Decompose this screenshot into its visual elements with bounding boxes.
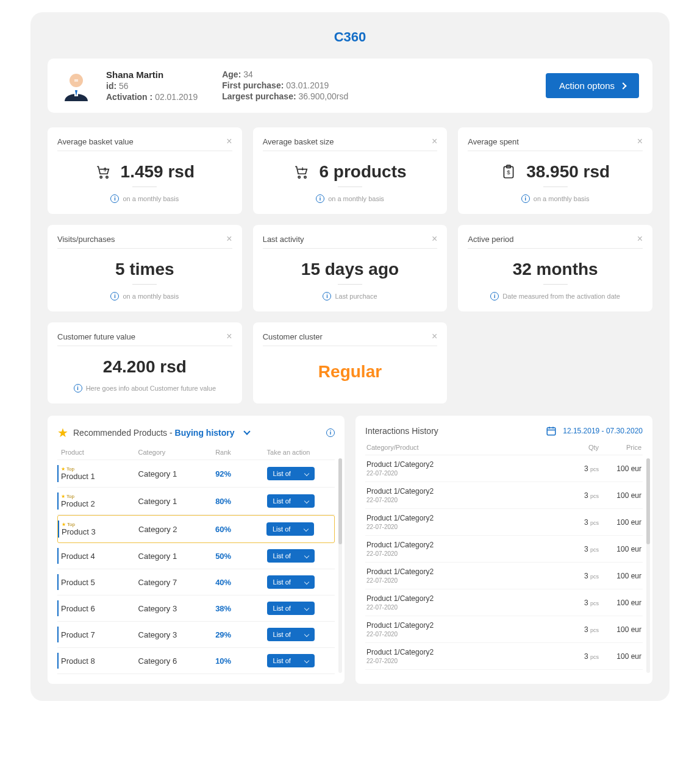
svg-point-4 (105, 176, 107, 178)
svg-point-3 (100, 176, 102, 178)
chevron-down-icon[interactable] (243, 428, 250, 435)
close-icon[interactable]: × (432, 136, 437, 147)
list-item: Product 1/Category222-07-20203 pcs100 eu… (365, 616, 643, 643)
close-icon[interactable]: × (226, 233, 232, 244)
cart-down-icon (293, 164, 309, 180)
profile-card: Shana Martin id: 56 Activation : 02.01.2… (48, 59, 652, 113)
svg-rect-1 (74, 79, 78, 82)
customer-name: Shana Martin (106, 69, 198, 80)
table-row[interactable]: TopProduct 2Category 180%List of (57, 488, 335, 515)
date-range[interactable]: 12.15.2019 - 07.30.2020 (563, 427, 643, 435)
list-of-button[interactable]: List of (267, 549, 315, 563)
list-item: Product 1/Category222-07-20203 pcs100 eu… (365, 536, 643, 563)
svg-point-6 (299, 176, 301, 178)
svg-rect-11 (547, 428, 555, 435)
table-row[interactable]: TopProduct 3Category 260%List of (57, 515, 335, 543)
card-avg-basket-value: Average basket value× $ 1.459 rsd ion a … (48, 127, 242, 214)
close-icon[interactable]: × (226, 136, 232, 147)
info-icon[interactable]: i (316, 194, 324, 203)
scrollbar[interactable] (338, 458, 342, 673)
list-of-button[interactable]: List of (267, 654, 315, 667)
close-icon[interactable]: × (432, 331, 437, 342)
list-of-button[interactable]: List of (267, 628, 315, 641)
info-icon[interactable]: i (490, 292, 499, 300)
svg-point-7 (304, 176, 306, 178)
list-item: Product 1/Category222-07-20203 pcs100 eu… (365, 509, 643, 536)
table-row[interactable]: Product 6Category 338%List of (57, 595, 335, 622)
list-of-button[interactable]: List of (266, 522, 314, 536)
table-row[interactable]: Product 5Category 740%List of (57, 569, 335, 595)
calendar-icon[interactable] (546, 425, 557, 436)
table-row[interactable]: Product 7Category 329%List of (57, 622, 335, 648)
card-avg-basket-size: Average basket size× 6 products ion a mo… (253, 127, 448, 214)
star-icon: ★ (57, 425, 68, 440)
list-item: Product 1/Category222-07-20203 pcs100 eu… (365, 482, 643, 509)
close-icon[interactable]: × (226, 331, 232, 342)
card-last-activity: Last activity× 15 days ago iLast purchac… (253, 225, 448, 311)
table-row[interactable]: Product 8Category 610%List of (57, 648, 335, 674)
buying-history-dropdown[interactable]: Buying history (175, 428, 235, 438)
info-icon[interactable]: i (521, 194, 530, 203)
cart-dollar-icon: $ (95, 164, 111, 180)
info-icon[interactable]: i (74, 384, 82, 393)
table-row[interactable]: Product 4Category 150%List of (57, 543, 335, 569)
clipboard-dollar-icon: $ (501, 164, 516, 180)
profile-info: Shana Martin id: 56 Activation : 02.01.2… (106, 69, 531, 102)
recommended-panel: ★ Recommended Products - Buying history … (48, 416, 345, 684)
list-item: Product 1/Category222-07-20203 pcs100 eu… (365, 563, 643, 589)
close-icon[interactable]: × (637, 233, 643, 244)
list-item: Product 1/Category222-07-20203 pcs100 eu… (365, 643, 643, 670)
history-panel: Interactions History 12.15.2019 - 07.30.… (355, 416, 652, 684)
avatar (61, 71, 91, 101)
list-of-button[interactable]: List of (267, 467, 315, 480)
info-icon[interactable]: i (326, 428, 335, 437)
card-future-value: Customer future value× 24.200 rsd iHere … (48, 322, 242, 403)
info-icon[interactable]: i (110, 292, 119, 300)
list-item: Product 1/Category222-07-20203 pcs100 eu… (365, 455, 643, 482)
close-icon[interactable]: × (432, 233, 437, 244)
svg-text:$: $ (507, 169, 510, 176)
list-of-button[interactable]: List of (267, 494, 315, 508)
card-visits: Visits/purchases× 5 times ion a monthly … (48, 225, 242, 311)
info-icon[interactable]: i (323, 292, 331, 300)
chevron-right-icon (620, 82, 626, 89)
info-icon[interactable]: i (110, 194, 119, 203)
page-title: C360 (48, 29, 652, 45)
card-avg-spent: Average spent× $ 38.950 rsd ion a monthl… (458, 127, 652, 214)
list-of-button[interactable]: List of (267, 575, 315, 589)
list-of-button[interactable]: List of (267, 602, 315, 615)
card-active-period: Active period× 32 months iDate measured … (458, 225, 652, 311)
list-item: Product 1/Category222-07-20203 pcs100 eu… (365, 589, 643, 616)
action-options-button[interactable]: Action optons (546, 73, 639, 98)
table-row[interactable]: TopProduct 1Category 192%List of (57, 460, 335, 488)
card-cluster: Customer cluster× Regular (253, 322, 448, 403)
close-icon[interactable]: × (637, 136, 643, 147)
scrollbar[interactable] (646, 458, 650, 673)
